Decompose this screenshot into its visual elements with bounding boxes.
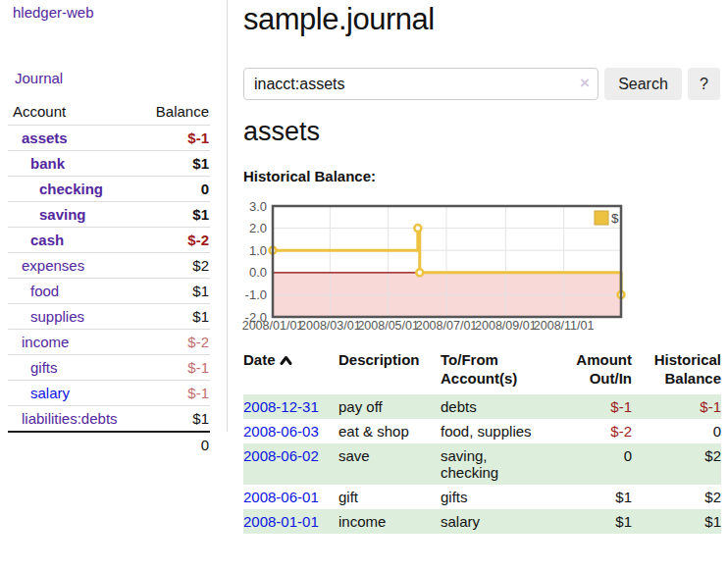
account-row-gifts: gifts $-1 [8, 355, 210, 381]
app-title-link[interactable]: hledger-web [13, 4, 94, 21]
transaction-balance: $2 [632, 485, 721, 509]
account-row-cash: cash $-2 [8, 228, 210, 253]
search-button[interactable]: Search [604, 68, 682, 100]
accounts-header-balance: Balance [139, 99, 210, 126]
register-table: Date Description To/From Account(s) Amou… [243, 348, 721, 534]
accounts-header-row: Account Balance [8, 99, 210, 126]
sort-ascending-icon [280, 351, 292, 370]
account-balance: $1 [139, 279, 210, 304]
transaction-date-link[interactable]: 2008-06-01 [243, 489, 319, 505]
account-row-liabilities-debts: liabilities:debts $1 [8, 406, 210, 433]
account-balance: $-1 [139, 355, 210, 381]
transaction-accounts: gifts [441, 485, 558, 509]
transaction-amount: $-1 [558, 394, 632, 419]
chart-title: Historical Balance: [243, 168, 376, 184]
y-tick-label: -1.0 [245, 287, 267, 302]
register-header-amount: Amount Out/In [558, 348, 632, 394]
transaction-description: pay off [338, 394, 441, 419]
account-balance: $-2 [139, 228, 210, 253]
register-header-historical: Historical Balance [632, 348, 721, 394]
account-row-supplies: supplies $1 [8, 304, 210, 330]
transaction-description: income [338, 509, 441, 534]
account-link-liabilities-debts[interactable]: liabilities:debts [22, 410, 118, 427]
transaction-accounts: debts [441, 394, 558, 419]
y-tick-label: 0.0 [249, 265, 267, 280]
register-header-tofrom: To/From Account(s) [441, 348, 558, 394]
balance-chart[interactable]: 3.02.01.00.0-1.0-2.02008/01/012008/03/01… [243, 197, 655, 335]
account-balance: $2 [139, 253, 210, 279]
x-tick-label: 2008/01/01 [242, 319, 304, 333]
page-title: sample.journal [243, 2, 435, 37]
register-header-date[interactable]: Date [243, 348, 338, 394]
account-balance: $1 [139, 304, 210, 330]
account-row-checking: checking 0 [8, 177, 210, 202]
transaction-date-link[interactable]: 2008-12-31 [243, 398, 319, 415]
account-link-cash[interactable]: cash [30, 232, 64, 248]
y-tick-label: 1.0 [249, 243, 267, 258]
register-header-row: Date Description To/From Account(s) Amou… [243, 348, 721, 394]
account-link-assets[interactable]: assets [22, 130, 68, 146]
accounts-total-value: 0 [139, 432, 210, 457]
register-row: 2008-12-31 pay off debts $-1 $-1 [243, 394, 721, 419]
y-tick-label: 3.0 [249, 199, 267, 214]
transaction-accounts: food, supplies [441, 419, 558, 443]
transaction-amount: 0 [558, 443, 632, 485]
account-link-saving[interactable]: saving [39, 206, 86, 223]
transaction-balance: 0 [632, 419, 721, 443]
sidebar-item-journal[interactable]: Journal [15, 70, 63, 86]
account-link-salary[interactable]: salary [30, 385, 70, 401]
register-row: 2008-01-01 income salary $1 $1 [243, 509, 721, 534]
transaction-balance: $-1 [632, 394, 721, 419]
transaction-description: eat & shop [338, 419, 441, 443]
search-form: × Search ? [243, 68, 720, 100]
account-row-food: food $1 [8, 279, 210, 304]
x-tick-label: 2008/07/01 [416, 319, 478, 333]
data-point-marker[interactable] [416, 269, 423, 276]
transaction-accounts: salary [441, 509, 558, 534]
sidebar: hledger-web Journal Account Balance asse… [0, 0, 228, 432]
accounts-total-row: 0 [8, 432, 210, 457]
account-row-salary: salary $-1 [8, 381, 210, 406]
account-link-supplies[interactable]: supplies [30, 308, 84, 325]
x-tick-label: 2008/11/01 [534, 319, 595, 333]
account-row-bank: bank $1 [8, 151, 210, 177]
transaction-amount: $1 [558, 485, 632, 509]
account-balance: $1 [139, 151, 210, 177]
transaction-amount: $-2 [558, 419, 632, 443]
register-row: 2008-06-03 eat & shop food, supplies $-2… [243, 419, 721, 443]
transaction-date-link[interactable]: 2008-01-01 [243, 513, 319, 530]
transaction-description: save [338, 443, 441, 485]
balance-chart-svg: 3.02.01.00.0-1.0-2.02008/01/012008/03/01… [243, 197, 655, 335]
account-row-income: income $-2 [8, 330, 210, 355]
account-row-assets: assets $-1 [8, 126, 210, 151]
account-balance: $-2 [139, 330, 210, 355]
data-point-marker[interactable] [414, 225, 421, 232]
transaction-date-link[interactable]: 2008-06-02 [243, 447, 319, 464]
legend-label: $ [611, 211, 619, 226]
register-header-description: Description [338, 348, 441, 394]
account-link-bank[interactable]: bank [30, 155, 65, 172]
search-input[interactable] [243, 68, 598, 100]
transaction-description: gift [338, 485, 441, 509]
accounts-header-account: Account [8, 99, 139, 126]
accounts-table: Account Balance assets $-1 bank $1 check… [8, 99, 210, 457]
account-balance: $-1 [139, 381, 210, 406]
account-link-checking[interactable]: checking [39, 181, 103, 197]
help-button[interactable]: ? [688, 68, 720, 100]
x-tick-label: 2008/05/01 [357, 319, 419, 333]
account-link-food[interactable]: food [30, 283, 59, 299]
account-balance: $1 [139, 202, 210, 228]
transaction-balance: $2 [632, 443, 721, 485]
transaction-amount: $1 [558, 509, 632, 534]
account-row-saving: saving $1 [8, 202, 210, 228]
account-link-income[interactable]: income [22, 334, 69, 350]
account-balance: $-1 [139, 126, 210, 151]
account-row-expenses: expenses $2 [8, 253, 210, 279]
transaction-date-link[interactable]: 2008-06-03 [243, 423, 319, 440]
clear-search-icon[interactable]: × [580, 74, 590, 93]
legend-swatch [595, 211, 608, 225]
account-link-gifts[interactable]: gifts [30, 359, 58, 376]
account-link-expenses[interactable]: expenses [22, 257, 84, 274]
register-row: 2008-06-01 gift gifts $1 $2 [243, 485, 721, 509]
y-tick-label: 2.0 [249, 221, 267, 235]
